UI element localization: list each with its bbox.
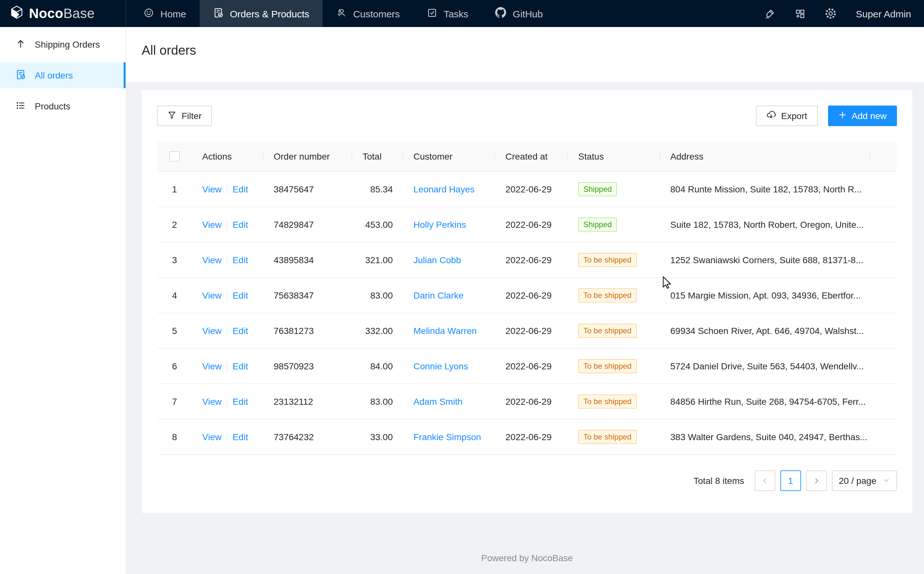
- row-actions: ViewEdit: [192, 361, 263, 372]
- total-cell: 83.00: [352, 396, 403, 407]
- nav-tab-customers[interactable]: Customers: [323, 0, 413, 27]
- nav-tab-tasks[interactable]: Tasks: [413, 0, 482, 27]
- gear-icon[interactable]: [825, 8, 836, 19]
- row-actions: ViewEdit: [192, 432, 263, 442]
- order-number-cell: 73764232: [263, 432, 352, 442]
- pagination-prev-button[interactable]: [754, 470, 775, 491]
- row-index: 1: [157, 184, 192, 194]
- action-divider: [227, 292, 227, 301]
- view-link[interactable]: View: [202, 326, 221, 336]
- select-all-checkbox[interactable]: [169, 151, 180, 161]
- filter-button[interactable]: Filter: [157, 106, 212, 126]
- sidebar-item-all-orders[interactable]: All orders: [0, 62, 126, 88]
- powered-by-footer: Powered by NocoBase: [142, 553, 912, 563]
- column-header-customer: Customer: [403, 151, 495, 161]
- customer-link[interactable]: Holly Perkins: [413, 219, 466, 230]
- customer-cell: Adam Smith: [403, 396, 495, 407]
- customer-cell: Holly Perkins: [403, 219, 495, 230]
- pagination-next-button[interactable]: [806, 470, 826, 491]
- total-cell: 332.00: [352, 326, 403, 336]
- add-new-button-label: Add new: [851, 111, 887, 121]
- page-size-value: 20 / page: [839, 476, 877, 486]
- column-header-order-number: Order number: [263, 151, 352, 161]
- sidebar-item-label: Products: [35, 101, 71, 111]
- row-actions: ViewEdit: [192, 184, 263, 195]
- customer-cell: Melinda Warren: [403, 326, 495, 336]
- edit-link[interactable]: Edit: [232, 396, 248, 407]
- customer-cell: Connie Lyons: [403, 361, 495, 371]
- order-number-cell: 75638347: [263, 290, 352, 301]
- customer-link[interactable]: Adam Smith: [413, 396, 463, 407]
- orders-table: Actions Order number Total Customer Crea…: [157, 142, 897, 455]
- export-button[interactable]: Export: [756, 106, 817, 126]
- page-size-select[interactable]: 20 / page: [832, 470, 897, 491]
- customer-link[interactable]: Connie Lyons: [413, 361, 468, 371]
- customer-link[interactable]: Julian Cobb: [413, 255, 461, 265]
- nav-tab-orders-products[interactable]: Orders & Products: [200, 0, 323, 27]
- view-link[interactable]: View: [202, 432, 221, 442]
- sidebar: Shipping Orders All orders: [0, 27, 126, 574]
- nav-tab-label: Customers: [353, 8, 400, 19]
- table-row: 7 ViewEdit 23132112 83.00 Adam Smith 202…: [157, 384, 897, 419]
- action-divider: [227, 221, 227, 230]
- customer-link[interactable]: Frankie Simpson: [413, 432, 481, 442]
- top-navbar: NocoBase Home: [0, 0, 924, 27]
- sidebar-item-shipping-orders[interactable]: Shipping Orders: [0, 32, 126, 57]
- row-index: 5: [157, 326, 192, 336]
- action-divider: [227, 433, 227, 442]
- add-new-button[interactable]: Add new: [828, 106, 897, 126]
- edit-link[interactable]: Edit: [232, 290, 248, 301]
- created-at-cell: 2022-06-29: [495, 290, 568, 301]
- status-badge: To be shipped: [578, 288, 637, 303]
- edit-link[interactable]: Edit: [232, 361, 248, 371]
- status-badge: Shipped: [578, 218, 617, 232]
- edit-link[interactable]: Edit: [232, 326, 248, 336]
- brand-logo[interactable]: NocoBase: [0, 0, 126, 27]
- cloud-download-icon: [766, 110, 776, 121]
- blocks-add-icon[interactable]: [794, 8, 806, 19]
- action-divider: [227, 327, 227, 336]
- highlighter-icon[interactable]: [764, 8, 775, 19]
- view-link[interactable]: View: [202, 361, 221, 371]
- view-link[interactable]: View: [202, 184, 221, 194]
- nav-tab-github[interactable]: GitHub: [482, 0, 556, 27]
- customer-link[interactable]: Leonard Hayes: [413, 184, 475, 194]
- status-cell: To be shipped: [568, 430, 660, 444]
- total-cell: 321.00: [352, 255, 403, 265]
- filter-button-label: Filter: [182, 111, 202, 121]
- table-toolbar: Filter Export: [157, 106, 897, 126]
- pagination-page-1[interactable]: 1: [780, 470, 801, 491]
- view-link[interactable]: View: [202, 396, 221, 407]
- page-title: All orders: [142, 40, 908, 60]
- status-badge: To be shipped: [578, 359, 637, 373]
- edit-link[interactable]: Edit: [232, 184, 248, 194]
- sidebar-item-label: All orders: [35, 70, 73, 80]
- table-body: 1 ViewEdit 38475647 85.34 Leonard Hayes …: [157, 172, 897, 455]
- navbar-right: Super Admin: [764, 0, 924, 27]
- row-index: 2: [157, 219, 192, 230]
- created-at-cell: 2022-06-29: [495, 255, 568, 265]
- customer-link[interactable]: Melinda Warren: [413, 326, 477, 336]
- row-index: 7: [157, 396, 192, 407]
- order-number-cell: 76381273: [263, 326, 352, 336]
- user-menu[interactable]: Super Admin: [856, 8, 911, 19]
- view-link[interactable]: View: [202, 290, 221, 301]
- export-button-label: Export: [781, 111, 807, 121]
- brand-text-base: Base: [63, 6, 95, 21]
- status-cell: To be shipped: [568, 288, 660, 303]
- edit-link[interactable]: Edit: [232, 219, 248, 230]
- status-badge: To be shipped: [578, 253, 637, 267]
- sidebar-item-products[interactable]: Products: [0, 93, 126, 119]
- github-icon: [496, 7, 506, 20]
- view-link[interactable]: View: [202, 219, 221, 230]
- orders-table-card: Filter Export: [142, 90, 912, 513]
- check-square-icon: [427, 7, 437, 20]
- content-area: Filter Export: [126, 82, 924, 574]
- view-link[interactable]: View: [202, 255, 221, 265]
- edit-link[interactable]: Edit: [232, 255, 248, 265]
- status-badge: To be shipped: [578, 430, 637, 444]
- edit-link[interactable]: Edit: [232, 432, 248, 442]
- status-cell: To be shipped: [568, 324, 660, 338]
- nav-tab-home[interactable]: Home: [130, 0, 200, 27]
- customer-link[interactable]: Darin Clarke: [413, 290, 464, 301]
